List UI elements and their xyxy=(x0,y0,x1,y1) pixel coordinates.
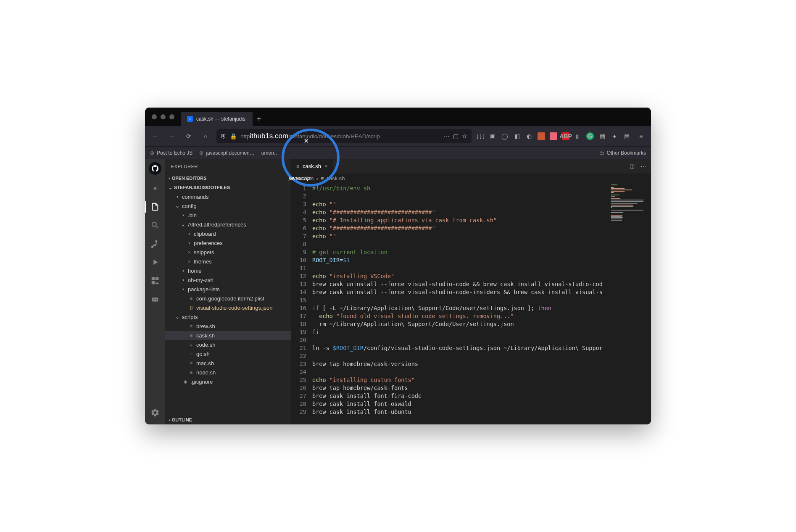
folder-row[interactable]: ›preferences xyxy=(165,238,291,248)
editor-tab[interactable]: ≡ cask.sh × xyxy=(291,159,333,174)
tab-favicon-icon: ⌂ xyxy=(187,116,193,122)
folder-row[interactable]: ›clipboard xyxy=(165,229,291,238)
tree-item-label: code.sh xyxy=(196,342,216,348)
extensions-icon[interactable] xyxy=(145,272,165,289)
explorer-icon[interactable] xyxy=(145,198,165,215)
ext-icon[interactable] xyxy=(538,132,545,140)
chevron-icon: › xyxy=(186,249,192,255)
debug-icon[interactable] xyxy=(145,254,165,271)
more-icon[interactable]: ⋯ xyxy=(640,163,646,169)
folder-row[interactable]: ›commands xyxy=(165,192,291,201)
bookmark-item[interactable]: ⊕javascript:documen… xyxy=(199,150,254,156)
folder-row[interactable]: ›package-lists xyxy=(165,284,291,294)
ext-icon[interactable]: ♦ xyxy=(611,132,618,140)
menu-button[interactable]: ≡ xyxy=(635,130,647,142)
section-outline[interactable]: › OUTLINE xyxy=(165,415,291,424)
ext-icon[interactable]: ⫼ xyxy=(574,132,582,140)
editor-tab-label: cask.sh xyxy=(303,163,321,169)
chevron-icon: ⌄ xyxy=(180,221,186,227)
svg-point-1 xyxy=(153,299,155,300)
tree-item-label: config xyxy=(182,203,197,209)
file-row[interactable]: {}visual-studio-code-settings.json xyxy=(165,303,291,312)
folder-row[interactable]: ›snippets xyxy=(165,248,291,257)
sidebar-icon[interactable]: ▣ xyxy=(489,132,496,140)
code-editor[interactable]: 1234567891011121314151617181920212223242… xyxy=(291,183,651,424)
library-icon[interactable]: ⫿⫿⫿ xyxy=(477,132,484,140)
editor-actions: ◫ ⋯ xyxy=(625,159,651,174)
abp-icon[interactable]: ABP xyxy=(562,132,569,140)
file-icon: ≡ xyxy=(321,175,324,182)
menu-icon[interactable]: ≡ xyxy=(145,180,165,197)
bookmark-star-icon[interactable]: ☆ xyxy=(462,133,467,140)
new-tab-button[interactable]: + xyxy=(253,112,266,126)
file-tree[interactable]: ›commands⌄config›.bin⌄Alfred.alfredprefe… xyxy=(165,192,291,415)
folder-row[interactable]: ›themes xyxy=(165,257,291,266)
tree-item-label: cask.sh xyxy=(196,332,215,339)
folder-row[interactable]: ›.bin xyxy=(165,211,291,220)
breadcrumbs[interactable]: scripts › ≡ cask.sh xyxy=(291,174,651,183)
reload-button[interactable]: ⟳ xyxy=(183,130,195,142)
bookmark-item[interactable]: ⊕Post to Echo JS xyxy=(150,150,192,156)
more-icon[interactable]: ⋯ xyxy=(280,163,285,169)
explorer-sidebar: EXPLORER ⋯ › OPEN EDITORS ⌄ STEFANJUDIS/… xyxy=(165,159,291,424)
section-project[interactable]: ⌄ STEFANJUDIS/DOTFILES xyxy=(165,183,291,192)
more-icon[interactable]: ⋯ xyxy=(444,133,450,140)
file-row[interactable]: ◆.gitignore xyxy=(165,377,291,386)
github-logo-icon[interactable] xyxy=(149,162,161,175)
section-open-editors[interactable]: › OPEN EDITORS xyxy=(165,174,291,183)
file-row[interactable]: ≡node.sh xyxy=(165,368,291,377)
tab-strip: ⌂ cask.sh — stefanjudis + xyxy=(145,108,651,126)
account-icon[interactable]: ◯ xyxy=(501,132,509,140)
maximize-window-icon[interactable] xyxy=(169,114,174,119)
minimap[interactable] xyxy=(609,183,651,424)
ext-icon[interactable]: ◐ xyxy=(525,132,533,140)
file-row[interactable]: ≡com.googlecode.iterm2.plist xyxy=(165,294,291,303)
chevron-icon: › xyxy=(186,231,192,237)
ext-icon[interactable]: ▦ xyxy=(598,132,606,140)
forward-button[interactable]: → xyxy=(166,130,178,142)
settings-gear-icon[interactable] xyxy=(145,404,165,421)
home-button[interactable]: ⌂ xyxy=(200,130,211,142)
file-row[interactable]: ≡mac.sh xyxy=(165,358,291,368)
file-row[interactable]: ≡cask.sh xyxy=(165,331,291,340)
address-bar[interactable]: ⛨ 🔒 httpithub1s.com/stefanjudis/dotfiles… xyxy=(216,129,472,143)
remote-icon[interactable] xyxy=(145,291,165,308)
other-bookmarks-button[interactable]: 🗀Other Bookmarks xyxy=(599,150,646,156)
lock-icon[interactable]: 🔒 xyxy=(230,133,237,140)
split-icon[interactable]: ◫ xyxy=(630,163,635,169)
minimize-window-icon[interactable] xyxy=(161,114,166,119)
file-icon: ≡ xyxy=(188,361,195,366)
ext-icon[interactable]: ◧ xyxy=(513,132,521,140)
close-window-icon[interactable] xyxy=(152,114,157,119)
search-icon[interactable] xyxy=(145,217,165,234)
annotation-text: javascrip xyxy=(289,175,310,181)
file-row[interactable]: ≡brew.sh xyxy=(165,321,291,331)
reader-icon[interactable]: ▢ xyxy=(453,133,459,140)
browser-chrome: ⌂ cask.sh — stefanjudis + ← → ⟳ ⌂ ⛨ 🔒 ht… xyxy=(145,108,651,159)
file-icon: ≡ xyxy=(188,333,195,338)
file-icon: ≡ xyxy=(188,342,195,347)
bookmark-item[interactable]: umen… xyxy=(261,150,279,156)
folder-row[interactable]: ⌄config xyxy=(165,201,291,211)
window-controls[interactable] xyxy=(145,114,181,119)
ext-icon[interactable]: ▤ xyxy=(623,132,630,140)
grammarly-icon[interactable]: G xyxy=(586,132,594,140)
folder-row[interactable]: ›home xyxy=(165,266,291,275)
browser-tab[interactable]: ⌂ cask.sh — stefanjudis xyxy=(181,112,253,126)
chevron-icon: › xyxy=(174,194,180,200)
chevron-icon: › xyxy=(186,258,192,264)
close-icon[interactable]: × xyxy=(324,163,328,169)
file-row[interactable]: ≡go.sh xyxy=(165,349,291,358)
editor-area: ≡ cask.sh × ◫ ⋯ scripts › ≡ cask.sh 1234… xyxy=(291,159,651,424)
code-content[interactable]: #!/usr/bin/env sh echo ""echo "#########… xyxy=(312,183,651,424)
folder-row[interactable]: ›oh-my-zsh xyxy=(165,275,291,284)
ext-icon[interactable] xyxy=(550,132,557,140)
chevron-right-icon: › xyxy=(169,176,170,181)
folder-row[interactable]: ⌄Alfred.alfredpreferences xyxy=(165,220,291,229)
shield-icon[interactable]: ⛨ xyxy=(221,133,227,140)
back-button[interactable]: ← xyxy=(149,130,161,142)
url-text: httpithub1s.com/stefanjudis/dotfiles/blo… xyxy=(240,132,440,140)
folder-row[interactable]: ⌄scripts xyxy=(165,312,291,321)
source-control-icon[interactable] xyxy=(145,235,165,252)
file-row[interactable]: ≡code.sh xyxy=(165,340,291,349)
